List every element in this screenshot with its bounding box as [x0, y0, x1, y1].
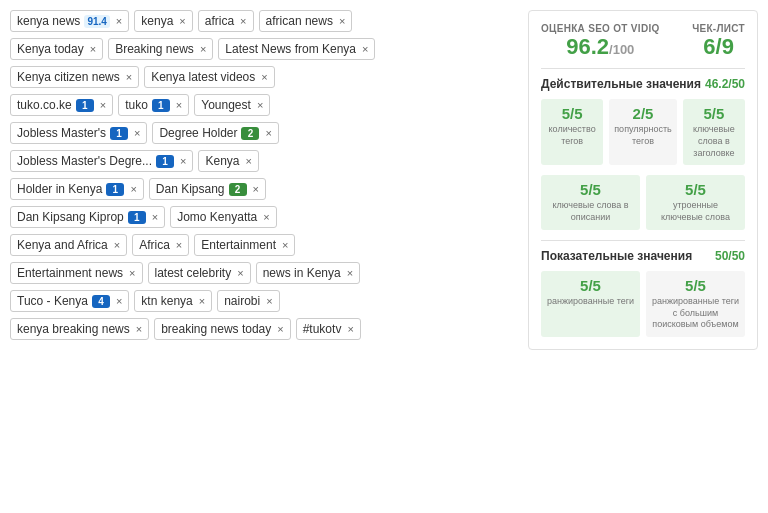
tag-badge: 1	[152, 99, 170, 112]
tag-close[interactable]: ×	[362, 43, 368, 55]
tag-label: Holder in Kenya	[17, 182, 102, 196]
tag-close[interactable]: ×	[282, 239, 288, 251]
tag-close[interactable]: ×	[179, 15, 185, 27]
tag-label: Degree Holder	[159, 126, 237, 140]
tag-tuko[interactable]: tuko 1 ×	[118, 94, 189, 116]
tag-latest-news-kenya[interactable]: Latest News from Kenya ×	[218, 38, 375, 60]
seo-panel: ОЦЕНКА SEO ОТ VIDIQ 96.2/100 ЧЕК-ЛИСТ 6/…	[528, 10, 758, 350]
tag-label: Entertainment	[201, 238, 276, 252]
tag-label: kenya news	[17, 14, 80, 28]
tag-close[interactable]: ×	[126, 71, 132, 83]
tag-label: african news	[266, 14, 333, 28]
tag-jomo-kenyatta[interactable]: Jomo Kenyatta ×	[170, 206, 276, 228]
tag-row-4: Jobless Master's 1 × Degree Holder 2 ×	[10, 122, 518, 144]
tag-badge: 2	[229, 183, 247, 196]
tag-close[interactable]: ×	[180, 155, 186, 167]
tag-holder-in-kenya[interactable]: Holder in Kenya 1 ×	[10, 178, 144, 200]
tag-row-0: kenya news 91.4 × kenya × africa × afric…	[10, 10, 518, 32]
tag-kenya-latest-videos[interactable]: Kenya latest videos ×	[144, 66, 275, 88]
metric-tag-count: 5/5 количество тегов	[541, 99, 603, 165]
tag-close[interactable]: ×	[114, 239, 120, 251]
show-values-title: Показательные значения 50/50	[541, 249, 745, 263]
tag-latest-celebrity[interactable]: latest celebrity ×	[148, 262, 251, 284]
tag-kenya-news[interactable]: kenya news 91.4 ×	[10, 10, 129, 32]
tag-africa[interactable]: africa ×	[198, 10, 254, 32]
tag-label: tuko.co.ke	[17, 98, 72, 112]
tag-row-8: Kenya and Africa × Africa × Entertainmen…	[10, 234, 518, 256]
tag-label: Dan Kipsang	[156, 182, 225, 196]
tag-kenya[interactable]: kenya ×	[134, 10, 192, 32]
tag-label: Jomo Kenyatta	[177, 210, 257, 224]
tag-row-6: Holder in Kenya 1 × Dan Kipsang 2 ×	[10, 178, 518, 200]
tag-close[interactable]: ×	[200, 43, 206, 55]
tag-close[interactable]: ×	[265, 127, 271, 139]
tag-close[interactable]: ×	[176, 239, 182, 251]
tag-tuko-co-ke[interactable]: tuko.co.ke 1 ×	[10, 94, 113, 116]
tag-label: Tuco - Kenya	[17, 294, 88, 308]
tag-close[interactable]: ×	[237, 267, 243, 279]
tag-close[interactable]: ×	[136, 323, 142, 335]
tag-jobless-masters[interactable]: Jobless Master's 1 ×	[10, 122, 147, 144]
tag-row-10: Tuco - Kenya 4 × ktn kenya × nairobi ×	[10, 290, 518, 312]
tag-dan-kipsang[interactable]: Dan Kipsang 2 ×	[149, 178, 266, 200]
seo-checklist-block: ЧЕК-ЛИСТ 6/9	[692, 23, 745, 60]
tag-close[interactable]: ×	[116, 15, 122, 27]
tag-badge: 4	[92, 295, 110, 308]
tag-kenya-citizen-news[interactable]: Kenya citizen news ×	[10, 66, 139, 88]
tag-kenya-and-africa[interactable]: Kenya and Africa ×	[10, 234, 127, 256]
tag-entertainment-news[interactable]: Entertainment news ×	[10, 262, 143, 284]
tag-close[interactable]: ×	[266, 295, 272, 307]
tag-close[interactable]: ×	[176, 99, 182, 111]
tag-entertainment[interactable]: Entertainment ×	[194, 234, 295, 256]
tag-close[interactable]: ×	[134, 127, 140, 139]
tag-breaking-news-today[interactable]: breaking news today ×	[154, 318, 291, 340]
tag-kenya-2[interactable]: Kenya ×	[198, 150, 258, 172]
tag-close[interactable]: ×	[347, 267, 353, 279]
seo-score-value: 96.2/100	[541, 34, 660, 60]
tag-label: Africa	[139, 238, 170, 252]
tag-close[interactable]: ×	[339, 15, 345, 27]
tag-close[interactable]: ×	[347, 323, 353, 335]
tag-tukotv[interactable]: #tukotv ×	[296, 318, 361, 340]
tag-row-9: Entertainment news × latest celebrity × …	[10, 262, 518, 284]
tag-dan-kipsang-kiprop[interactable]: Dan Kipsang Kiprop 1 ×	[10, 206, 165, 228]
tag-kenya-today[interactable]: Kenya today ×	[10, 38, 103, 60]
tag-close[interactable]: ×	[116, 295, 122, 307]
tag-label: tuko	[125, 98, 148, 112]
tag-close[interactable]: ×	[240, 15, 246, 27]
tag-degree-holder[interactable]: Degree Holder 2 ×	[152, 122, 278, 144]
tag-breaking-news[interactable]: Breaking news ×	[108, 38, 213, 60]
metric-ranked-tags-volume: 5/5 ранжированные теги с большим поисков…	[646, 271, 745, 337]
tag-label: kenya	[141, 14, 173, 28]
tag-badge: 2	[241, 127, 259, 140]
tag-close[interactable]: ×	[257, 99, 263, 111]
tag-kenya-breaking-news[interactable]: kenya breaking news ×	[10, 318, 149, 340]
tag-close[interactable]: ×	[152, 211, 158, 223]
seo-header: ОЦЕНКА SEO ОТ VIDIQ 96.2/100 ЧЕК-ЛИСТ 6/…	[541, 23, 745, 60]
metric-keywords-title: 5/5 ключевые слова в заголовке	[683, 99, 745, 165]
tag-label: Kenya	[205, 154, 239, 168]
tag-youngest[interactable]: Youngest ×	[194, 94, 270, 116]
tag-row-1: Kenya today × Breaking news × Latest New…	[10, 38, 518, 60]
tag-close[interactable]: ×	[100, 99, 106, 111]
tag-close[interactable]: ×	[130, 183, 136, 195]
tag-african-news[interactable]: african news ×	[259, 10, 353, 32]
tag-close[interactable]: ×	[277, 323, 283, 335]
tag-close[interactable]: ×	[263, 211, 269, 223]
tag-label: Breaking news	[115, 42, 194, 56]
tag-close[interactable]: ×	[261, 71, 267, 83]
tag-label: Kenya and Africa	[17, 238, 108, 252]
tag-africa-2[interactable]: Africa ×	[132, 234, 189, 256]
tag-close[interactable]: ×	[199, 295, 205, 307]
tag-close[interactable]: ×	[245, 155, 251, 167]
tag-ktn-kenya[interactable]: ktn kenya ×	[134, 290, 212, 312]
tag-close[interactable]: ×	[129, 267, 135, 279]
tag-row-7: Dan Kipsang Kiprop 1 × Jomo Kenyatta ×	[10, 206, 518, 228]
tag-tuco-kenya[interactable]: Tuco - Kenya 4 ×	[10, 290, 129, 312]
tag-close[interactable]: ×	[90, 43, 96, 55]
metric-tag-popularity: 2/5 популярность тегов	[609, 99, 676, 165]
tag-close[interactable]: ×	[253, 183, 259, 195]
tag-nairobi[interactable]: nairobi ×	[217, 290, 279, 312]
tag-jobless-masters-degre[interactable]: Jobless Master's Degre... 1 ×	[10, 150, 193, 172]
tag-news-in-kenya[interactable]: news in Kenya ×	[256, 262, 360, 284]
